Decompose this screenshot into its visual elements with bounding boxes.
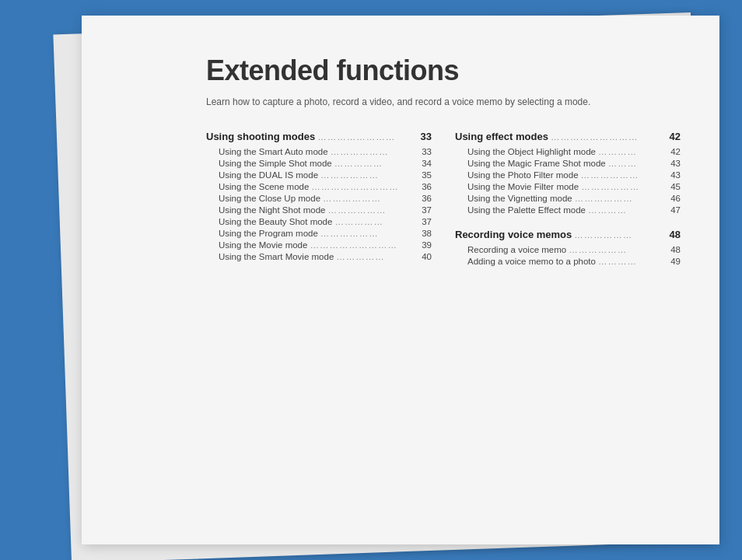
item-page: 37 (422, 217, 432, 226)
list-item: Using the Movie mode ……………………… 39 (206, 240, 432, 250)
list-item: Using the Night Shot mode ……………… 37 (206, 205, 432, 215)
item-label: Using the Magic Frame Shot mode (467, 159, 606, 168)
item-dots: ……………… (581, 170, 669, 180)
shooting-modes-title: Using shooting modes (206, 131, 315, 142)
item-dots: ……………… (320, 170, 419, 180)
item-page: 39 (422, 240, 432, 250)
list-item: Using the DUAL IS mode ……………… 35 (206, 170, 432, 180)
shooting-modes-section: Using shooting modes …………………… 33 Using t… (206, 131, 432, 261)
list-item: Using the Magic Frame Shot mode ……… 43 (455, 159, 681, 168)
item-label: Using the Smart Movie mode (219, 252, 334, 261)
paper-main: Extended functions Learn how to capture … (82, 16, 719, 544)
item-page: 49 (670, 257, 681, 266)
page-subtitle: Learn how to capture a photo, record a v… (206, 96, 681, 107)
section-title: Recording voice memos (455, 229, 572, 240)
item-dots: …………… (334, 159, 419, 168)
item-label: Using the Scene mode (219, 182, 309, 191)
section-title: Using effect modes (455, 131, 548, 142)
item-dots: ……………… (581, 182, 668, 191)
left-column: Using shooting modes …………………… 33 Using t… (206, 131, 432, 280)
item-label: Using the Object Highlight mode (467, 147, 596, 156)
item-dots: ……………………… (311, 182, 419, 191)
item-dots: ………… (598, 147, 668, 156)
shooting-modes-page: 33 (421, 131, 432, 142)
list-item: Using the Smart Auto mode ……………… 33 (206, 147, 432, 156)
item-page: 47 (670, 205, 681, 215)
item-dots: ……………… (331, 147, 420, 156)
item-page: 38 (422, 229, 432, 238)
list-item: Adding a voice memo to a photo ………… 49 (455, 257, 681, 266)
section-block: Using effect modes ……………………… 42 Using th… (455, 131, 681, 215)
item-dots: ……………………… (310, 240, 419, 250)
item-dots: ……………… (320, 229, 419, 238)
list-item: Using the Movie Filter mode ……………… 45 (455, 182, 681, 191)
item-dots: ……………… (575, 194, 669, 203)
item-page: 37 (422, 205, 432, 215)
item-page: 40 (422, 252, 432, 261)
right-column: Using effect modes ……………………… 42 Using th… (455, 131, 681, 280)
item-label: Using the Photo Filter mode (467, 170, 579, 180)
section-page: 42 (670, 131, 681, 142)
item-page: 36 (422, 194, 432, 203)
toc-container: Using shooting modes …………………… 33 Using t… (206, 131, 681, 280)
page-title: Extended functions (206, 54, 681, 87)
section-dots: ……………… (574, 230, 667, 240)
item-page: 46 (670, 194, 681, 203)
item-label: Using the Simple Shot mode (219, 159, 332, 168)
item-dots: ……… (608, 159, 669, 168)
item-label: Using the Movie mode (219, 240, 307, 250)
item-label: Using the Close Up mode (219, 194, 320, 203)
section-header-row: Using effect modes ……………………… 42 (455, 131, 681, 142)
item-page: 42 (670, 147, 681, 156)
item-label: Using the Movie Filter mode (467, 182, 579, 191)
list-item: Using the Vignetting mode ……………… 46 (455, 194, 681, 203)
item-label: Using the Program mode (219, 229, 318, 238)
item-label: Using the DUAL IS mode (219, 170, 318, 180)
list-item: Using the Close Up mode ……………… 36 (206, 194, 432, 203)
item-dots: …………… (334, 217, 419, 226)
list-item: Using the Smart Movie mode …………… 40 (206, 252, 432, 261)
item-page: 33 (422, 147, 432, 156)
item-label: Using the Night Shot mode (219, 205, 325, 215)
item-dots: …………… (336, 252, 419, 261)
list-item: Recording a voice memo ……………… 48 (455, 245, 681, 254)
list-item: Using the Object Highlight mode ………… 42 (455, 147, 681, 156)
item-page: 45 (670, 182, 681, 191)
shooting-modes-dots: …………………… (317, 132, 418, 142)
item-label: Using the Vignetting mode (467, 194, 572, 203)
section-block: Recording voice memos ……………… 48 Recordin… (455, 229, 681, 266)
item-dots: ……………… (569, 245, 668, 254)
shooting-modes-items: Using the Smart Auto mode ……………… 33 Usin… (206, 147, 432, 261)
item-dots: ………… (588, 205, 668, 215)
list-item: Using the Palette Effect mode ………… 47 (455, 205, 681, 215)
item-page: 48 (670, 245, 681, 254)
list-item: Using the Program mode ……………… 38 (206, 229, 432, 238)
item-dots: ………… (598, 257, 668, 266)
item-label: Using the Palette Effect mode (467, 205, 586, 215)
item-page: 35 (422, 170, 432, 180)
item-dots: ……………… (327, 205, 419, 215)
item-label: Using the Smart Auto mode (219, 147, 328, 156)
item-page: 36 (422, 182, 432, 191)
item-page: 43 (670, 170, 681, 180)
section-page: 48 (670, 229, 681, 240)
list-item: Using the Scene mode ……………………… 36 (206, 182, 432, 191)
item-page: 43 (670, 159, 681, 168)
item-page: 34 (422, 159, 432, 168)
item-dots: ……………… (323, 194, 419, 203)
item-label: Recording a voice memo (467, 245, 566, 254)
section-header-row: Recording voice memos ……………… 48 (455, 229, 681, 240)
item-label: Using the Beauty Shot mode (219, 217, 332, 226)
list-item: Using the Beauty Shot mode …………… 37 (206, 217, 432, 226)
list-item: Using the Simple Shot mode …………… 34 (206, 159, 432, 168)
shooting-modes-header: Using shooting modes …………………… 33 (206, 131, 432, 142)
list-item: Using the Photo Filter mode ……………… 43 (455, 170, 681, 180)
item-label: Adding a voice memo to a photo (467, 257, 596, 266)
section-dots: ……………………… (551, 132, 667, 142)
